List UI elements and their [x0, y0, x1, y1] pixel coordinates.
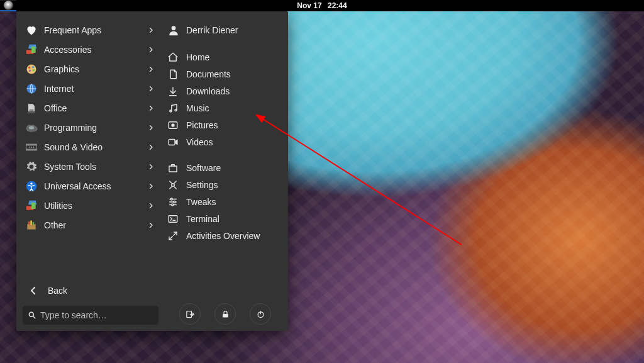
category-heart[interactable]: Frequent Apps [23, 20, 158, 40]
place-music[interactable]: Music [165, 99, 282, 116]
chevron-right-icon [147, 85, 155, 92]
category-label: System Tools [44, 162, 147, 172]
svg-line-48 [174, 232, 177, 235]
svg-point-7 [29, 69, 31, 71]
category-label: Other [44, 220, 147, 230]
shortcut-label: Tweaks [186, 197, 216, 207]
category-accessories[interactable]: Accessories [23, 40, 158, 59]
category-label: Graphics [44, 64, 147, 74]
place-label: Documents [186, 69, 231, 79]
home-icon [167, 52, 179, 63]
svg-point-16 [31, 147, 32, 148]
category-internet[interactable]: Internet [23, 79, 158, 98]
chevron-right-icon [147, 221, 155, 229]
svg-rect-26 [33, 222, 35, 225]
category-label: Sound & Video [44, 142, 147, 152]
activities-button[interactable] [0, 0, 16, 11]
category-label: Office [44, 103, 147, 113]
svg-point-11 [29, 126, 34, 129]
chevron-right-icon [147, 26, 155, 34]
back-arrow-icon [28, 285, 39, 296]
chevron-right-icon [147, 143, 155, 151]
place-home[interactable]: Home [165, 48, 282, 65]
category-programming[interactable]: Programming [23, 118, 158, 137]
shortcut-label: Terminal [186, 214, 219, 224]
svg-rect-38 [169, 166, 177, 172]
category-label: Internet [44, 84, 147, 94]
category-label: Programming [44, 123, 147, 133]
place-documents[interactable]: Documents [165, 65, 282, 82]
user-row[interactable]: Derrik Diener [165, 20, 282, 40]
svg-rect-23 [27, 224, 35, 229]
chevron-right-icon [147, 124, 155, 131]
place-pictures[interactable]: Pictures [165, 116, 282, 133]
chevron-right-icon [147, 163, 155, 170]
clock-time: 22:44 [328, 1, 347, 10]
shortcut-settings[interactable]: Settings [165, 176, 282, 193]
logout-button[interactable] [179, 303, 201, 325]
svg-rect-2 [31, 47, 36, 53]
heart-icon [25, 24, 38, 36]
svg-marker-10 [27, 111, 35, 113]
svg-point-4 [28, 66, 30, 68]
svg-point-19 [30, 182, 32, 184]
power-button[interactable] [250, 303, 271, 325]
category-utilities[interactable]: Utilities [23, 196, 158, 215]
activities-icon [167, 230, 179, 242]
search-input[interactable] [40, 310, 153, 320]
shortcut-label: Settings [186, 180, 218, 190]
software-icon [167, 162, 179, 174]
category-office[interactable]: Office [23, 98, 158, 118]
videos-icon [167, 137, 179, 148]
back-label: Back [48, 286, 67, 296]
svg-point-6 [33, 69, 35, 71]
place-label: Pictures [186, 120, 218, 130]
systemtools-icon [25, 160, 38, 173]
documents-icon [167, 69, 179, 80]
svg-point-27 [29, 312, 33, 316]
shortcut-tweaks[interactable]: Tweaks [165, 193, 282, 210]
menu-right-column: Derrik Diener HomeDocumentsDownloadsMusi… [162, 11, 288, 331]
svg-line-49 [169, 236, 172, 239]
category-soundvideo[interactable]: Sound & Video [23, 137, 158, 157]
svg-point-15 [29, 147, 30, 148]
back-button[interactable]: Back [23, 281, 158, 301]
place-videos[interactable]: Videos [165, 133, 282, 150]
svg-point-29 [172, 26, 176, 30]
svg-point-5 [32, 66, 34, 68]
shortcut-activities[interactable]: Activities Overview [165, 227, 282, 244]
search-icon [28, 311, 36, 320]
category-systemtools[interactable]: System Tools [23, 157, 158, 176]
user-icon [167, 24, 180, 36]
soundvideo-icon [25, 141, 38, 154]
application-menu: Frequent AppsAccessoriesGraphicsInternet… [16, 11, 288, 331]
place-label: Home [186, 52, 209, 62]
shortcuts-list: SoftwareSettingsTweaksTerminalActivities… [165, 159, 282, 244]
svg-point-3 [27, 64, 36, 74]
category-other[interactable]: Other [23, 215, 158, 235]
lock-button[interactable] [214, 303, 236, 325]
place-label: Downloads [186, 86, 230, 96]
distro-logo-icon [4, 1, 13, 10]
music-icon [167, 103, 179, 114]
chevron-right-icon [147, 46, 155, 53]
universal-icon [25, 180, 38, 193]
category-universal[interactable]: Universal Access [23, 176, 158, 196]
programming-icon [25, 121, 38, 134]
clock-label[interactable]: Nov 17 22:44 [0, 1, 644, 10]
place-downloads[interactable]: Downloads [165, 82, 282, 99]
shortcut-terminal[interactable]: Terminal [165, 210, 282, 227]
utilities-icon [25, 199, 38, 212]
category-graphics[interactable]: Graphics [23, 59, 158, 79]
accessories-icon [25, 43, 38, 56]
svg-point-33 [175, 109, 177, 111]
svg-rect-14 [26, 148, 37, 150]
shortcut-label: Activities Overview [186, 231, 260, 241]
svg-rect-36 [169, 139, 175, 145]
svg-rect-24 [28, 221, 30, 225]
clock-date: Nov 17 [297, 1, 321, 10]
search-field[interactable] [23, 306, 158, 325]
category-label: Frequent Apps [44, 25, 147, 35]
shortcut-software[interactable]: Software [165, 159, 282, 176]
menu-left-column: Frequent AppsAccessoriesGraphicsInternet… [16, 11, 162, 331]
